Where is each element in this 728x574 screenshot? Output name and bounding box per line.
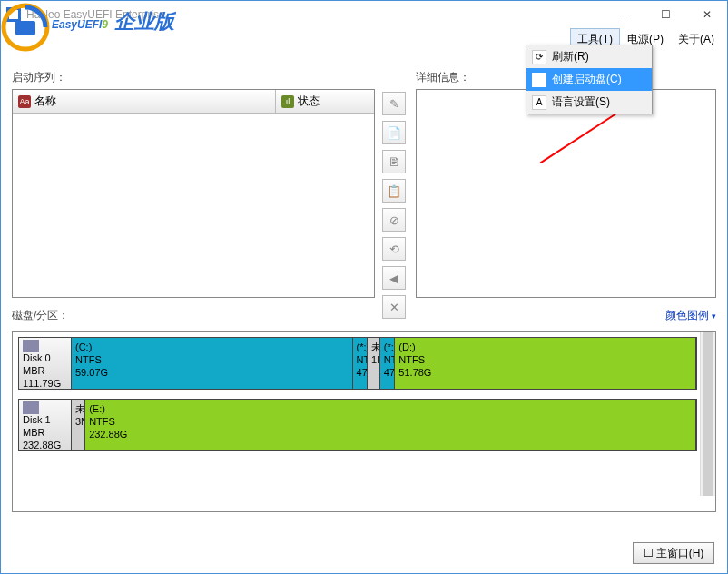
disk-row[interactable]: Disk 1MBR232.88G未3M(E:)NTFS232.88G — [18, 399, 697, 451]
window-icon: ☐ — [644, 547, 654, 559]
tool-refresh-button[interactable]: ⟲ — [382, 237, 406, 261]
disk-info: Disk 1MBR232.88G — [19, 400, 72, 450]
dropdown-language-label: 语言设置(S) — [552, 94, 610, 110]
disk-list: Disk 0MBR111.79G(C:)NTFS59.07G(*:)NT479未… — [12, 331, 716, 512]
partition[interactable]: (*:)NT479 — [353, 338, 369, 389]
boot-col-name-label: 名称 — [34, 94, 56, 109]
disk-partition-panel: 磁盘/分区： 颜色图例 Disk 0MBR111.79G(C:)NTFS59.0… — [12, 308, 716, 512]
disk-icon — [23, 340, 39, 352]
boot-sequence-table[interactable]: Aa 名称 ıl 状态 — [12, 89, 375, 298]
dropdown-refresh[interactable]: ⟳ 刷新(R) — [526, 45, 652, 68]
dropdown-refresh-label: 刷新(R) — [552, 49, 589, 64]
close-button[interactable]: ✕ — [686, 1, 727, 28]
entry-toolbar: ✎ 📄 🖹 📋 ⊘ ⟲ ◀ ✕ — [382, 92, 408, 319]
status-column-icon: ıl — [281, 95, 294, 108]
boot-col-name[interactable]: Aa 名称 — [13, 90, 276, 113]
title-bar: Hasleo EasyUEFI Enterprise ─ ☐ ✕ — [1, 1, 727, 28]
main-window-label: 主窗口(H) — [656, 546, 704, 561]
dropdown-create-boot-disk[interactable]: ◉ 创建启动盘(C) — [526, 68, 652, 91]
color-legend-link[interactable]: 颜色图例 — [665, 308, 716, 327]
disk-row[interactable]: Disk 0MBR111.79G(C:)NTFS59.07G(*:)NT479未… — [18, 337, 697, 390]
main-window-button[interactable]: ☐ 主窗口(H) — [633, 542, 714, 564]
menu-about[interactable]: 关于(A) — [671, 28, 722, 51]
disk-info: Disk 0MBR111.79G — [19, 338, 72, 389]
tool-clipboard-button[interactable]: 📋 — [382, 179, 406, 203]
name-column-icon: Aa — [18, 95, 31, 108]
partition-strip: 未3M(E:)NTFS232.88G — [72, 400, 696, 450]
boot-table-header: Aa 名称 ıl 状态 — [13, 90, 374, 114]
tools-dropdown: ⟳ 刷新(R) ◉ 创建启动盘(C) A 语言设置(S) — [526, 45, 653, 114]
app-icon — [6, 7, 21, 22]
partition[interactable]: (E:)NTFS232.88G — [85, 400, 696, 450]
partition[interactable]: 未3M — [72, 400, 85, 450]
dropdown-language[interactable]: A 语言设置(S) — [526, 91, 652, 114]
tool-doc-button[interactable]: 🖹 — [382, 150, 406, 173]
partition-strip: (C:)NTFS59.07G(*:)NT479未1M(*:)NT474(D:)N… — [72, 338, 696, 389]
tool-new-button[interactable]: 📄 — [382, 121, 406, 144]
disk-icon — [23, 401, 39, 414]
boot-sequence-panel: 启动序列： Aa 名称 ıl 状态 — [12, 70, 375, 298]
partition[interactable]: (D:)NTFS51.78G — [395, 338, 696, 389]
partition[interactable]: (C:)NTFS59.07G — [72, 338, 353, 389]
tool-disable-button[interactable]: ⊘ — [382, 208, 406, 232]
boot-col-status-label: 状态 — [298, 94, 320, 109]
content-area: 启动序列： Aa 名称 ıl 状态 ✎ 📄 🖹 📋 ⊘ ⟲ ◀ ✕ 详细信息： — [12, 64, 716, 529]
dropdown-create-boot-label: 创建启动盘(C) — [552, 72, 622, 87]
tool-edit-button[interactable]: ✎ — [382, 92, 406, 115]
disk-icon: ◉ — [532, 73, 546, 87]
detail-box — [416, 89, 716, 298]
vertical-scrollbar[interactable] — [700, 332, 715, 496]
footer: ☐ 主窗口(H) — [633, 542, 714, 564]
window-title: Hasleo EasyUEFI Enterprise — [26, 8, 605, 21]
svg-rect-1 — [9, 10, 18, 19]
maximize-button[interactable]: ☐ — [645, 1, 686, 28]
language-icon: A — [532, 95, 546, 110]
boot-col-status[interactable]: ıl 状态 — [276, 90, 374, 113]
minimize-button[interactable]: ─ — [605, 1, 645, 28]
tool-back-button[interactable]: ◀ — [382, 266, 406, 290]
boot-sequence-label: 启动序列： — [12, 70, 375, 85]
partition[interactable]: (*:)NT474 — [380, 338, 396, 389]
refresh-icon: ⟳ — [532, 50, 546, 64]
partition[interactable]: 未1M — [368, 338, 380, 389]
disk-partition-label: 磁盘/分区： — [12, 308, 69, 323]
